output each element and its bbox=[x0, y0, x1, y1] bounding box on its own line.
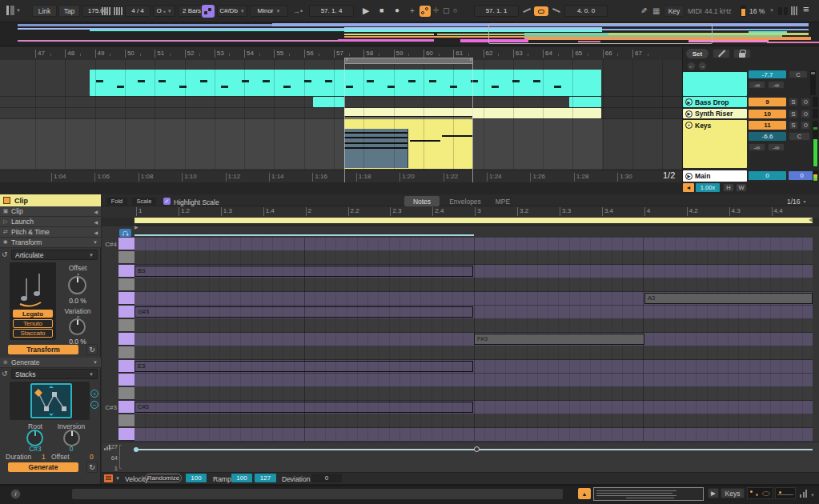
prev-page-button[interactable]: ← bbox=[687, 62, 696, 70]
stacks-graphic[interactable] bbox=[10, 382, 90, 420]
punch-out-icon[interactable] bbox=[552, 8, 560, 13]
draw-automation-button[interactable] bbox=[713, 49, 730, 58]
keys-activator-button[interactable] bbox=[801, 121, 810, 130]
piano-key-B3[interactable] bbox=[118, 265, 134, 278]
offset-value[interactable]: 0.0 % bbox=[60, 297, 95, 305]
tap-tempo-button[interactable]: Tap bbox=[58, 5, 80, 17]
arrangement-time-ruler[interactable]: 1:041:061:081:101:121:141:161:181:201:22… bbox=[0, 170, 682, 182]
synth-riser-solo-button[interactable]: S bbox=[789, 110, 798, 118]
device-track-label[interactable]: Keys bbox=[721, 488, 745, 498]
scale-fold-button[interactable]: Scale bbox=[131, 197, 157, 206]
nudge-up-button[interactable] bbox=[114, 7, 122, 15]
keys-pan[interactable]: C bbox=[789, 132, 810, 141]
arrangement-clip[interactable] bbox=[569, 97, 601, 107]
randomize-button[interactable]: Randomize bbox=[145, 474, 182, 482]
time-signature-field[interactable]: 4 / 4 bbox=[125, 5, 151, 17]
add-locator-icon[interactable]: + bbox=[410, 6, 415, 15]
quantize-menu[interactable]: O●▼ bbox=[153, 5, 175, 17]
synth-riser-activator-button[interactable] bbox=[801, 110, 810, 118]
key-map-button[interactable]: Key bbox=[664, 5, 685, 17]
midi-note-C#3[interactable]: C#3 bbox=[134, 402, 473, 413]
transform-mode-dropdown[interactable]: Articulate▼ bbox=[11, 250, 98, 260]
inversion-value[interactable]: 0 bbox=[53, 445, 90, 453]
track-top-pan[interactable]: C bbox=[789, 70, 808, 78]
highlight-scale-checkbox[interactable]: ✓ bbox=[163, 198, 171, 205]
height-button[interactable]: H bbox=[723, 183, 734, 192]
arrangement-position-field[interactable]: 57. 1. 4 bbox=[309, 5, 354, 17]
midi-note-A3[interactable]: A3 bbox=[644, 293, 813, 304]
add-point-button[interactable]: + bbox=[90, 390, 98, 398]
offset-knob[interactable] bbox=[68, 276, 86, 294]
cpu-menu-arrow-icon[interactable]: ▼ bbox=[769, 8, 774, 13]
lane-chooser-icon[interactable] bbox=[104, 474, 113, 482]
time-selection-line[interactable] bbox=[344, 58, 345, 182]
generate-mode-dropdown[interactable]: Stacks▼ bbox=[11, 369, 98, 379]
piano-key-B2[interactable] bbox=[118, 428, 134, 441]
midi-loop-bar[interactable] bbox=[134, 218, 813, 223]
width-button[interactable]: W bbox=[736, 183, 747, 192]
section-transform[interactable]: ✱Transform▼ bbox=[0, 238, 101, 248]
keys-solo-button[interactable]: S bbox=[789, 121, 798, 130]
midi-beat-ruler[interactable]: 11.21.31.422.22.32.433.23.33.444.24.34.4 bbox=[102, 206, 819, 218]
section-pitch-time[interactable]: ⇄Pitch & Time◀ bbox=[0, 227, 101, 238]
capture-midi-icon[interactable]: ✛ bbox=[433, 6, 440, 14]
midi-note-E3[interactable]: E3 bbox=[134, 361, 473, 372]
piano-key-D#3[interactable] bbox=[118, 374, 134, 386]
preview-headphone-button[interactable] bbox=[119, 229, 131, 237]
piano-key-G#3[interactable] bbox=[118, 306, 134, 318]
show-overview-button[interactable]: ▲ bbox=[578, 488, 591, 499]
transform-rerun-button[interactable]: ↻ bbox=[86, 344, 98, 355]
track-top-send-b[interactable]: -∞ bbox=[768, 81, 785, 89]
loop-start-field[interactable]: 57. 1. 1 bbox=[474, 5, 519, 17]
main-volume[interactable]: 0 bbox=[749, 171, 786, 180]
track-header-bass-drop[interactable]: ▶Bass Drop bbox=[683, 97, 747, 107]
root-value[interactable]: C#3 bbox=[19, 445, 51, 453]
piano-key-C#3[interactable] bbox=[118, 401, 134, 414]
keys-send-a[interactable]: -∞ bbox=[749, 143, 765, 151]
ramp-to-value[interactable]: 127 bbox=[255, 474, 276, 482]
link-button[interactable]: Link bbox=[32, 5, 57, 17]
next-page-button[interactable]: → bbox=[698, 62, 707, 70]
generate-rerun-button[interactable]: ↻ bbox=[86, 462, 98, 473]
arrangement-clip[interactable] bbox=[90, 70, 601, 96]
variation-knob[interactable] bbox=[69, 318, 86, 335]
device-play-button[interactable]: ▶ bbox=[708, 488, 719, 498]
bass-drop-solo-button[interactable]: S bbox=[789, 98, 798, 106]
track-top-volume[interactable]: -7.7 bbox=[749, 70, 786, 78]
staccato-button[interactable]: Staccato bbox=[13, 329, 53, 338]
track-header-keys[interactable]: ▼Keys bbox=[683, 120, 747, 168]
play-icon[interactable]: ▶ bbox=[685, 98, 693, 106]
output-meter-icon[interactable] bbox=[800, 490, 807, 498]
piano-key-E3[interactable] bbox=[118, 360, 134, 373]
bass-drop-activator-button[interactable] bbox=[801, 98, 810, 106]
gen-offset-value[interactable]: 0 bbox=[90, 453, 94, 461]
midi-note-B3[interactable]: B3 bbox=[134, 266, 473, 277]
piano-key-C3[interactable] bbox=[118, 414, 134, 427]
speaker-icon[interactable]: ◄ bbox=[683, 183, 694, 192]
legato-button[interactable]: Legato bbox=[13, 310, 53, 318]
loop-length-field[interactable]: 4. 0. 0 bbox=[564, 5, 608, 17]
stop-button[interactable]: ■ bbox=[379, 6, 383, 14]
remove-point-button[interactable]: − bbox=[90, 401, 98, 409]
playback-speed-value[interactable]: 1.00x bbox=[696, 183, 720, 192]
track-header-main[interactable]: ▶Main bbox=[683, 170, 747, 182]
keys-value[interactable]: 11 bbox=[749, 121, 786, 130]
piano-key-F#3[interactable] bbox=[118, 333, 134, 346]
overview-view-rectangle[interactable] bbox=[488, 23, 713, 44]
main-pan[interactable]: 0 bbox=[789, 171, 815, 180]
lock-envelopes-button[interactable] bbox=[733, 49, 751, 58]
section-generate[interactable]: ⊛Generate▼ bbox=[0, 358, 101, 368]
piano-key-A#3[interactable] bbox=[118, 278, 134, 291]
record-button[interactable]: ● bbox=[395, 6, 399, 14]
tenuto-button[interactable]: Tenuto bbox=[13, 319, 53, 328]
root-knob[interactable] bbox=[26, 430, 43, 446]
midi-map-label[interactable]: MIDI bbox=[688, 7, 702, 15]
play-icon[interactable]: ▶ bbox=[685, 173, 693, 180]
deviation-value[interactable]: 0 bbox=[311, 474, 342, 482]
menu-icon[interactable]: ≡ bbox=[803, 3, 809, 15]
arrangement-loop-brace[interactable]: ›‹ bbox=[344, 58, 473, 64]
bass-drop-value[interactable]: 9 bbox=[749, 98, 786, 106]
inversion-knob[interactable] bbox=[63, 430, 80, 446]
track-header-synth-riser[interactable]: ▶Synth Riser bbox=[683, 109, 747, 118]
velocity-start-handle[interactable] bbox=[134, 447, 139, 452]
